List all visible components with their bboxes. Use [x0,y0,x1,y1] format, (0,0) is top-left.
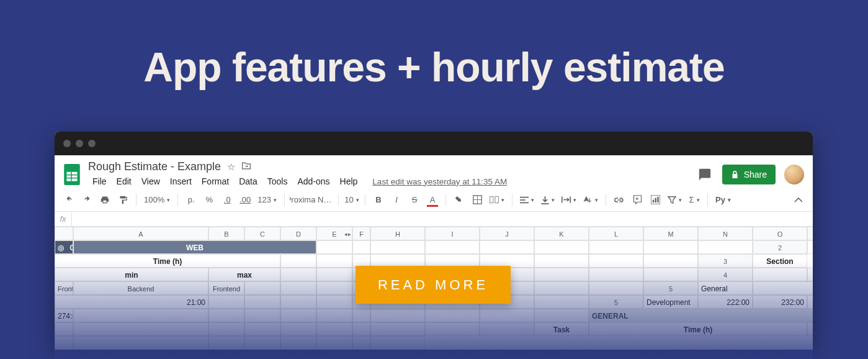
cell[interactable] [73,322,208,336]
cell[interactable] [589,240,643,254]
cell[interactable] [55,322,73,336]
currency-p-icon[interactable]: p. [183,192,199,208]
cell[interactable] [208,336,244,350]
cell[interactable] [643,240,698,254]
cell[interactable] [280,254,316,268]
col-head-E[interactable]: E◂ ▸ [316,227,352,240]
cell-task[interactable]: Task [534,322,589,336]
cell[interactable] [73,336,208,350]
col-head-K[interactable]: K [534,227,589,240]
percent-icon[interactable]: % [201,192,217,208]
doc-title[interactable]: Rough Estimate - Example [88,160,221,173]
col-head-N[interactable]: N [698,227,753,240]
move-icon[interactable] [241,161,251,172]
row-head-1[interactable]: 1 [807,227,813,240]
filter-icon[interactable] [665,192,684,208]
cell[interactable] [753,268,807,281]
cell[interactable] [244,322,280,336]
cell-backend2[interactable]: Backend [73,281,208,295]
cell-gen-max[interactable]: 21:00 [55,295,208,309]
cell[interactable] [534,295,589,309]
cell[interactable] [208,295,244,309]
cell-dev4[interactable]: 274:00 [55,309,73,322]
cell[interactable] [316,268,352,281]
cell[interactable] [316,295,352,309]
paint-format-icon[interactable] [115,192,131,208]
cell-general-hdr[interactable]: GENERAL [589,309,813,322]
cell[interactable] [280,268,316,281]
cell[interactable] [589,281,643,295]
cell-max[interactable]: max [208,268,280,281]
cell-time-h2[interactable]: Time (h) [589,322,807,336]
star-icon[interactable]: ☆ [227,161,235,173]
cell[interactable] [370,309,425,322]
cell-gen-min[interactable]: 18:00 [753,281,813,295]
share-button[interactable]: Share [722,165,776,184]
vertical-align-icon[interactable] [539,192,557,208]
cell[interactable] [280,336,316,350]
cell[interactable] [316,240,352,254]
insert-link-icon[interactable] [611,192,627,208]
zoom-select[interactable]: 100% [141,192,172,208]
col-head-J[interactable]: J [480,227,534,240]
cell[interactable] [352,322,370,336]
col-head-O[interactable]: O [753,227,807,240]
cell[interactable] [643,254,698,268]
font-name-select[interactable]: Proxima N… [290,192,333,208]
insert-chart-icon[interactable] [647,192,663,208]
cell-time-h[interactable]: Time (h) [55,254,280,268]
cell[interactable] [480,309,534,322]
cell[interactable] [280,322,316,336]
menu-file[interactable]: File [88,175,111,188]
cell[interactable] [280,281,316,295]
sheets-logo-icon[interactable] [63,163,81,186]
cell-general[interactable]: General [698,281,753,295]
collapse-toolbar-icon[interactable] [790,192,807,208]
number-format-icon[interactable]: 123 [255,192,279,208]
cell[interactable] [316,336,352,350]
cell-section[interactable]: Section [753,254,807,268]
menu-help[interactable]: Help [336,175,362,188]
bold-icon[interactable]: B [370,192,387,208]
col-head-B[interactable]: B [208,227,244,240]
cell[interactable] [534,254,589,268]
cell[interactable] [316,281,352,295]
text-rotation-icon[interactable] [581,192,601,208]
cell[interactable] [208,309,244,322]
redo-icon[interactable] [79,192,95,208]
menu-format[interactable]: Format [197,175,233,188]
col-head-D[interactable]: D [280,227,316,240]
cell[interactable] [589,268,643,281]
cell-dev2[interactable]: 232:00 [753,295,807,309]
menu-edit[interactable]: Edit [112,175,136,188]
italic-icon[interactable]: I [388,192,405,208]
menu-addons[interactable]: Add-ons [293,175,334,188]
col-head-A[interactable]: A [73,227,208,240]
cell[interactable] [589,254,643,268]
cell-backend1[interactable]: Backend [807,268,813,281]
read-more-button[interactable]: READ MORE [356,266,511,304]
cell[interactable] [316,309,352,322]
cell-brand[interactable]: ◎ CLEVEROAD [55,240,73,254]
cell[interactable] [370,322,425,336]
cell-web[interactable]: WEB [73,240,316,254]
row-head-8[interactable] [480,322,534,336]
cell-frontend2[interactable]: Frontend [208,281,244,295]
python-icon[interactable]: Py [713,192,733,208]
insert-comment-icon[interactable] [629,192,645,208]
cell[interactable] [425,322,480,336]
cell[interactable] [352,336,370,350]
cell[interactable] [643,268,698,281]
undo-icon[interactable] [61,192,77,208]
strikethrough-icon[interactable]: S [406,192,423,208]
close-dot[interactable] [63,140,71,147]
cell[interactable] [244,281,280,295]
fill-color-icon[interactable] [451,192,467,208]
comments-icon[interactable] [696,166,714,183]
cell[interactable] [807,240,813,254]
menu-tools[interactable]: Tools [263,175,292,188]
cell[interactable] [352,309,370,322]
horizontal-align-icon[interactable] [517,192,537,208]
menu-insert[interactable]: Insert [166,175,196,188]
print-icon[interactable] [97,192,113,208]
